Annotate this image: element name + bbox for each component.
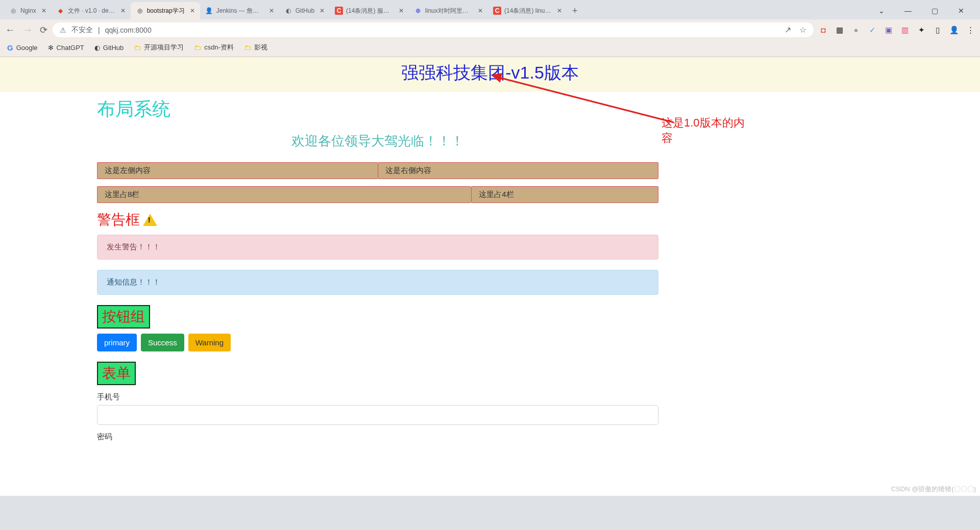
tab-title: linux对时阿里云… <box>425 7 473 15</box>
share-icon[interactable]: ↗ <box>785 25 791 35</box>
close-icon[interactable]: ✕ <box>478 7 483 14</box>
bookmark-folder-video[interactable]: 🗀 影视 <box>244 43 267 52</box>
tab-linux-time[interactable]: ⊕ linux对时阿里云… ✕ <box>409 2 488 19</box>
close-icon[interactable]: ✕ <box>557 7 562 14</box>
google-icon: G <box>7 43 13 52</box>
extension-icons: ◘ ▦ ● ✓ ▣ ▥ ✦ ▯ 👤 ⋮ <box>819 26 975 35</box>
success-button[interactable]: Success <box>141 334 184 351</box>
gitlab-icon: ◆ <box>57 7 65 15</box>
tab-title: (14条消息) 服务… <box>346 7 394 15</box>
minimize-button[interactable]: ― <box>899 7 917 15</box>
csdn-icon: C <box>493 7 501 15</box>
separator: | <box>98 26 100 34</box>
address-bar: ← → ⟳ ⚠ 不安全 | qqkj.com:8000 ↗ ☆ ◘ ▦ ● ✓ … <box>0 19 980 40</box>
close-icon[interactable]: ✕ <box>41 7 46 14</box>
ext-icon-4[interactable]: ✓ <box>868 26 877 35</box>
ext-icon-5[interactable]: ▣ <box>884 26 893 35</box>
folder-icon: 🗀 <box>194 43 201 52</box>
warning-button[interactable]: Warning <box>188 334 231 351</box>
tab-jenkins[interactable]: 👤 Jenkins --- 詹金… ✕ <box>200 2 279 19</box>
page-viewport: 强强科技集团-v1.5版本 这是1.0版本的内容 布局系统 欢迎各位领导大驾光临… <box>0 57 980 496</box>
star-icon[interactable]: ☆ <box>799 25 806 35</box>
menu-icon[interactable]: ⋮ <box>966 26 975 35</box>
tab-title: Nginx <box>20 7 36 14</box>
globe-icon: ◎ <box>136 7 144 15</box>
grid-row-2: 这里占8栏 这里占4栏 <box>97 186 658 203</box>
buttons-heading-text: 按钮组 <box>97 305 150 329</box>
tab-csdn-2[interactable]: C (14条消息) linux… ✕ <box>488 2 567 19</box>
bookmark-chatgpt[interactable]: ✻ ChatGPT <box>48 44 84 52</box>
omnibox[interactable]: ⚠ 不安全 | qqkj.com:8000 ↗ ☆ <box>53 22 814 37</box>
button-group: primary Success Warning <box>97 334 658 351</box>
tab-bootstrap[interactable]: ◎ bootstrap学习 ✕ <box>131 2 200 19</box>
window-controls: ⌄ ― ▢ ✕ <box>867 7 976 15</box>
tab-gitlab[interactable]: ◆ 文件 · v1.0 · dev… ✕ <box>52 2 131 19</box>
content-container: 布局系统 欢迎各位领导大驾光临！！！ 这是左侧内容 这是右侧内容 这里占8栏 这… <box>97 97 658 442</box>
watermark-text: CSDN @骄傲的猪猪(〇〇〇) <box>891 485 976 494</box>
back-button[interactable]: ← <box>5 24 15 36</box>
ext-icon-1[interactable]: ◘ <box>819 26 828 34</box>
close-icon[interactable]: ✕ <box>320 7 325 14</box>
url-text: qqkj.com:8000 <box>105 26 152 34</box>
folder-icon: 🗀 <box>134 43 141 52</box>
bookmark-folder-csdn[interactable]: 🗀 csdn-资料 <box>194 43 234 52</box>
baidu-icon: ⊕ <box>414 7 422 15</box>
browser-chrome: ◎ Nginx ✕ ◆ 文件 · v1.0 · dev… ✕ ◎ bootstr… <box>0 0 980 57</box>
form-heading: 表单 <box>97 362 658 385</box>
welcome-text: 欢迎各位领导大驾光临！！！ <box>97 132 658 150</box>
grid-cell-8: 这里占8栏 <box>97 186 471 203</box>
profile-icon[interactable]: 👤 <box>949 26 959 35</box>
bookmark-github[interactable]: ◐ GitHub <box>94 44 124 52</box>
warning-triangle-icon <box>143 214 157 226</box>
close-icon[interactable]: ✕ <box>399 7 404 14</box>
bookmark-label: csdn-资料 <box>204 43 234 52</box>
tab-nginx[interactable]: ◎ Nginx ✕ <box>4 2 52 19</box>
csdn-icon: C <box>335 7 343 15</box>
reload-button[interactable]: ⟳ <box>40 24 47 36</box>
phone-input[interactable] <box>97 405 658 425</box>
password-label: 密码 <box>97 432 658 442</box>
bookmark-folder-opensource[interactable]: 🗀 开源项目学习 <box>134 43 184 52</box>
buttons-heading: 按钮组 <box>97 305 658 329</box>
bookmark-google[interactable]: G Google <box>7 43 38 52</box>
globe-icon: ◎ <box>9 7 17 15</box>
extensions-icon[interactable]: ✦ <box>917 26 926 35</box>
alert-heading: 警告框 <box>97 210 658 230</box>
folder-icon: 🗀 <box>244 43 251 52</box>
new-tab-button[interactable]: + <box>567 6 583 16</box>
bookmark-label: 影视 <box>254 43 267 52</box>
nav-buttons: ← → ⟳ <box>5 24 47 36</box>
tab-csdn-1[interactable]: C (14条消息) 服务… ✕ <box>330 2 409 19</box>
ext-icon-3[interactable]: ● <box>851 26 861 34</box>
primary-button[interactable]: primary <box>97 334 137 351</box>
ext-icon-2[interactable]: ▦ <box>835 26 844 35</box>
tab-github[interactable]: ◐ GitHub ✕ <box>279 2 330 19</box>
annotation-text: 这是1.0版本的内容 <box>662 115 748 145</box>
side-panel-icon[interactable]: ▯ <box>933 26 942 35</box>
close-icon[interactable]: ✕ <box>190 7 195 14</box>
tab-title: GitHub <box>296 7 314 14</box>
alert-danger: 发生警告！！！ <box>97 235 658 260</box>
tab-title: bootstrap学习 <box>147 7 185 15</box>
ext-icon-6[interactable]: ▥ <box>900 26 910 35</box>
form-heading-text: 表单 <box>97 362 136 385</box>
close-window-button[interactable]: ✕ <box>952 7 970 15</box>
alert-heading-text: 警告框 <box>97 210 140 230</box>
bookmark-label: ChatGPT <box>57 44 84 52</box>
forward-button[interactable]: → <box>22 24 33 36</box>
bookmark-label: Google <box>16 44 38 52</box>
grid-row-1: 这是左侧内容 这是右侧内容 <box>97 162 658 179</box>
tab-strip: ◎ Nginx ✕ ◆ 文件 · v1.0 · dev… ✕ ◎ bootstr… <box>4 2 867 19</box>
github-icon: ◐ <box>94 44 100 52</box>
grid-cell-right: 这是右侧内容 <box>378 162 658 179</box>
close-icon[interactable]: ✕ <box>120 7 126 14</box>
chevron-down-icon[interactable]: ⌄ <box>873 7 890 15</box>
jenkins-icon: 👤 <box>205 7 213 15</box>
tab-title: Jenkins --- 詹金… <box>216 7 264 15</box>
layout-title: 布局系统 <box>97 97 658 122</box>
maximize-button[interactable]: ▢ <box>926 7 943 15</box>
alert-info: 通知信息！！！ <box>97 270 658 295</box>
not-secure-icon: ⚠ <box>60 26 66 34</box>
close-icon[interactable]: ✕ <box>269 7 274 14</box>
github-icon: ◐ <box>284 7 292 15</box>
